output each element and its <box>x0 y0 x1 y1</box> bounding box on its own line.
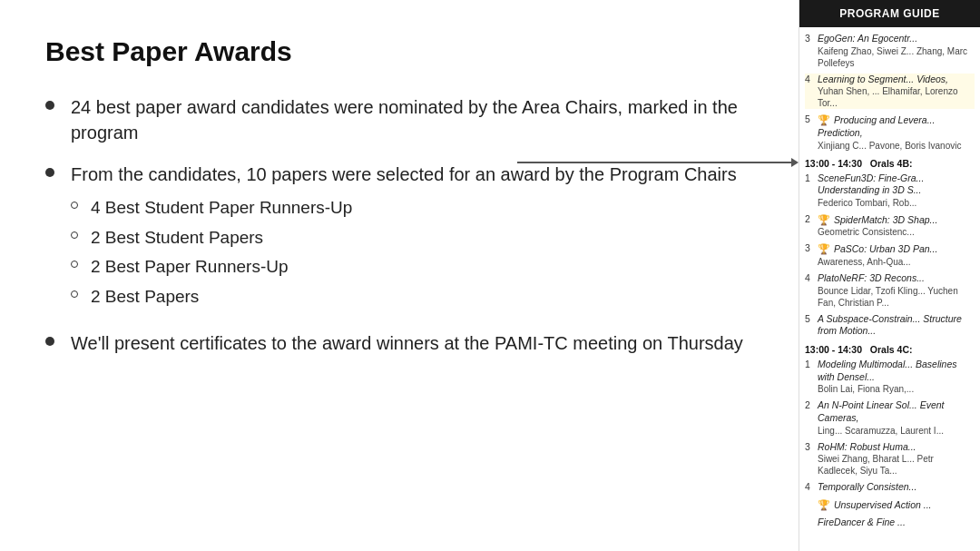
entry-num: 4 <box>805 481 818 494</box>
sub-bullet <box>71 290 78 298</box>
entry-text: A Subspace-Constrain... Structure from M… <box>818 313 975 338</box>
entry-text: SceneFun3D: Fine-Gra... Understanding in… <box>818 172 975 209</box>
entry-title: Learning to Segment... Videos, <box>818 74 975 86</box>
entry-num: 3 <box>805 242 818 268</box>
sidebar-body: 3 EgoGen: An Egocentr... Kaifeng Zhao, S… <box>799 27 980 538</box>
entry-title: A Subspace-Constrain... Structure from M… <box>818 313 975 338</box>
entry-authors: Yuhan Shen, ... Elhamifar, Lorenzo Tor..… <box>818 85 975 109</box>
entry-authors: Kaifeng Zhao, Siwei Z... Zhang, Marc Pol… <box>818 45 975 69</box>
entry-title: PlatoNeRF: 3D Recons... <box>818 272 975 285</box>
sidebar-entry-highlighted: 4 Learning to Segment... Videos, Yuhan S… <box>805 74 975 110</box>
section-header-4c: 13:00 - 14:30 Orals 4C: <box>805 344 975 355</box>
bullet-text-3: We'll present certificates to the award … <box>71 330 743 356</box>
entry-num: 5 <box>805 313 818 338</box>
sub-item-text: 2 Best Papers <box>91 285 199 310</box>
entry-authors: Xinjiang C... Pavone, Boris Ivanovic <box>818 140 975 152</box>
entry-text: 🏆 Unsupervised Action ... <box>818 498 975 512</box>
bullet-content-2: From the candidates, 10 papers were sele… <box>71 162 737 314</box>
entry-authors: Geometric Consistenc... <box>818 226 975 238</box>
entry-authors: Bounce Lidar, Tzofi Kling... Yuchen Fan,… <box>818 285 975 309</box>
entry-num: 1 <box>805 172 818 209</box>
bullet-dot <box>45 337 54 346</box>
list-item: 24 best paper award candidates were nomi… <box>45 94 753 145</box>
entry-num <box>805 498 818 512</box>
entry-num <box>805 517 818 529</box>
entry-title: Modeling Multimodal... Baselines with De… <box>818 359 975 383</box>
main-content: Best Paper Awards 24 best paper award ca… <box>0 0 799 551</box>
sidebar-entry: FireDancer & Fine ... <box>805 517 975 529</box>
entry-text: Learning to Segment... Videos, Yuhan She… <box>818 74 975 110</box>
entry-num: 2 <box>805 213 818 239</box>
entry-authors: Federico Tombari, Rob... <box>818 197 975 209</box>
entry-text: RoHM: Robust Huma... Siwei Zhang, Bharat… <box>818 441 975 477</box>
entry-text: PlatoNeRF: 3D Recons... Bounce Lidar, Tz… <box>818 272 975 309</box>
entry-title: PaSCo: Urban 3D Pan... <box>834 243 937 254</box>
entry-text: 🏆 PaSCo: Urban 3D Pan... Awareness, Anh-… <box>818 242 975 268</box>
page-title: Best Paper Awards <box>45 36 753 67</box>
entry-num: 3 <box>805 33 818 69</box>
sub-list-item: 2 Best Student Papers <box>71 226 737 251</box>
sub-bullet <box>71 261 78 268</box>
sidebar-entry: 3 EgoGen: An Egocentr... Kaifeng Zhao, S… <box>805 33 975 69</box>
entry-text: 🏆 Producing and Levera... Prediction, Xi… <box>818 113 975 151</box>
trophy-icon: 🏆 <box>818 114 831 125</box>
sidebar-entry: 2 🏆 SpiderMatch: 3D Shap... Geometric Co… <box>805 213 975 239</box>
entry-text: An N-Point Linear Sol... Event Cameras, … <box>818 399 975 436</box>
entry-num: 4 <box>805 272 818 309</box>
bullet-dot <box>45 101 54 110</box>
entry-title: Temporally Consisten... <box>818 481 975 494</box>
section-header-4b: 13:00 - 14:30 Orals 4B: <box>805 158 975 169</box>
entry-title: Unsupervised Action ... <box>834 499 932 510</box>
sub-list-item: 4 Best Student Paper Runners-Up <box>71 196 737 221</box>
sidebar-entry: 3 🏆 PaSCo: Urban 3D Pan... Awareness, An… <box>805 242 975 268</box>
sidebar: PROGRAM GUIDE 3 EgoGen: An Egocentr... K… <box>799 0 980 551</box>
entry-authors: Ling... Scaramuzza, Laurent I... <box>818 425 975 437</box>
bullet-text-2: From the candidates, 10 papers were sele… <box>71 164 737 184</box>
sub-item-text: 2 Best Paper Runners-Up <box>91 255 289 280</box>
sub-item-text: 2 Best Student Papers <box>91 226 263 251</box>
sidebar-entry: 2 An N-Point Linear Sol... Event Cameras… <box>805 399 975 436</box>
sub-list-item: 2 Best Papers <box>71 285 737 310</box>
sub-list-item: 2 Best Paper Runners-Up <box>71 255 737 280</box>
entry-text: Modeling Multimodal... Baselines with De… <box>818 359 975 395</box>
sidebar-entry: 1 SceneFun3D: Fine-Gra... Understanding … <box>805 172 975 209</box>
list-item: We'll present certificates to the award … <box>45 330 753 356</box>
sidebar-entry: 1 Modeling Multimodal... Baselines with … <box>805 359 975 395</box>
sub-item-text: 4 Best Student Paper Runners-Up <box>91 196 352 221</box>
entry-authors: Siwei Zhang, Bharat L... Petr Kadlecek, … <box>818 453 975 477</box>
entry-title: EgoGen: An Egocentr... <box>818 33 975 45</box>
sidebar-entry: 5 A Subspace-Constrain... Structure from… <box>805 313 975 338</box>
sidebar-header: PROGRAM GUIDE <box>799 0 980 27</box>
entry-num: 2 <box>805 399 818 436</box>
bullet-text-1: 24 best paper award candidates were nomi… <box>71 94 753 145</box>
bullet-list: 24 best paper award candidates were nomi… <box>45 94 753 356</box>
sidebar-entry: 4 PlatoNeRF: 3D Recons... Bounce Lidar, … <box>805 272 975 309</box>
sub-bullet <box>71 231 78 239</box>
sub-bullet <box>71 202 78 209</box>
trophy-icon: 🏆 <box>818 243 830 254</box>
entry-title: SceneFun3D: Fine-Gra... Understanding in… <box>818 172 975 197</box>
entry-authors: Awareness, Anh-Qua... <box>818 256 975 268</box>
entry-title: SpiderMatch: 3D Shap... <box>834 214 937 225</box>
trophy-icon: 🏆 <box>818 214 830 225</box>
sidebar-entry: 4 Temporally Consisten... <box>805 481 975 494</box>
entry-text: 🏆 SpiderMatch: 3D Shap... Geometric Cons… <box>818 213 975 239</box>
entry-num: 1 <box>805 359 818 395</box>
entry-text: EgoGen: An Egocentr... Kaifeng Zhao, Siw… <box>818 33 975 69</box>
sidebar-entry: 3 RoHM: Robust Huma... Siwei Zhang, Bhar… <box>805 441 975 477</box>
sidebar-entry: 5 🏆 Producing and Levera... Prediction, … <box>805 113 975 151</box>
trophy-icon: 🏆 <box>818 499 830 510</box>
entry-num: 3 <box>805 441 818 477</box>
entry-text: Temporally Consisten... <box>818 481 975 494</box>
entry-text: FireDancer & Fine ... <box>818 517 975 529</box>
entry-title: RoHM: Robust Huma... <box>818 441 975 454</box>
entry-num: 5 <box>805 113 818 151</box>
bullet-dot <box>45 168 54 177</box>
entry-num: 4 <box>805 74 818 110</box>
entry-title: Producing and Levera... Prediction, <box>818 114 935 138</box>
entry-title: An N-Point Linear Sol... Event Cameras, <box>818 399 975 424</box>
entry-title: FireDancer & Fine ... <box>818 517 975 529</box>
list-item: From the candidates, 10 papers were sele… <box>45 162 753 314</box>
sub-list: 4 Best Student Paper Runners-Up 2 Best S… <box>71 196 737 309</box>
sidebar-entry: 🏆 Unsupervised Action ... <box>805 498 975 512</box>
